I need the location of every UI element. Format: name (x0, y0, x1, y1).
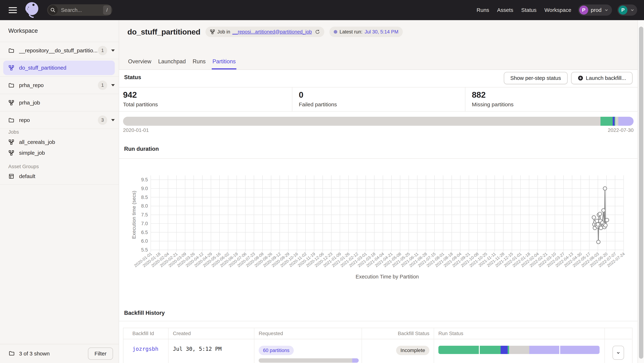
dagster-logo[interactable] (24, 2, 39, 18)
item-count-badge: 1 (98, 80, 107, 90)
partition-stats: 942Total partitions0Failed partitions882… (119, 87, 644, 111)
nav-status[interactable]: Status (521, 7, 536, 13)
bar-segment (259, 358, 352, 363)
svg-text:7.5: 7.5 (141, 212, 148, 218)
partition-range-end: 2022-07-30 (123, 127, 634, 133)
tab-runs[interactable]: Runs (192, 58, 206, 70)
page-title: do_stuff_partitioned (127, 28, 200, 36)
requested-partitions-tag[interactable]: 60 partitions (259, 346, 294, 355)
search-input[interactable]: Search... / (47, 4, 112, 16)
sidebar-item-prha-repo[interactable]: prha_repo1 (0, 77, 119, 94)
expand-row-button[interactable] (612, 346, 624, 360)
deployment-switcher[interactable]: P prod (578, 4, 612, 16)
backfill-id-link[interactable]: jozrgsbh (124, 339, 168, 363)
stat-label: Total partitions (123, 102, 292, 108)
stat-value: 0 (299, 90, 465, 100)
latest-run-label: Latest run: (340, 29, 362, 35)
search-shortcut-key: / (103, 6, 111, 15)
requested-partitions-bar (259, 358, 359, 363)
sidebar-item-label: prha_repo (19, 82, 98, 88)
sidebar-item-do-stuff-partitioned[interactable]: do_stuff_partitioned (0, 59, 119, 77)
col-created: Created (168, 328, 254, 339)
tab-partitions[interactable]: Partitions (212, 58, 236, 70)
bar-segment (501, 346, 508, 354)
bar-segment (560, 346, 600, 354)
backfill-status-cell: Incomplete (362, 339, 434, 363)
col-backfill-id: Backfill Id (124, 328, 168, 339)
sidebar-item-prha-job[interactable]: prha_job (0, 94, 119, 112)
workspace-sidebar: Workspace __repository__do_stuff_partiti… (0, 20, 119, 363)
expander-caret-icon[interactable] (111, 50, 115, 52)
chevron-down-icon (616, 350, 621, 356)
sidebar-item-label: repo (19, 117, 98, 123)
nav-assets[interactable]: Assets (497, 7, 513, 13)
svg-text:Execution Time by Partition: Execution Time by Partition (356, 274, 419, 280)
sidebar-section-jobs: Jobs (8, 129, 19, 135)
page-scrollbar[interactable] (638, 20, 644, 363)
top-bar: Search... / RunsAssetsStatusWorkspace P … (0, 0, 644, 20)
refresh-icon[interactable] (315, 29, 320, 34)
folder-icon (8, 117, 15, 124)
launch-backfill-button[interactable]: Launch backfill... (571, 72, 632, 84)
show-per-step-status-button[interactable]: Show per-step status (504, 72, 568, 84)
deployment-avatar: P (579, 6, 588, 14)
status-section-title: Status (124, 74, 141, 80)
latest-run-link[interactable]: Jul 30, 5:14 PM (365, 29, 398, 35)
run-duration-chart[interactable]: 2020-01-012020-01-182020-02-042020-02-21… (119, 162, 644, 288)
chevron-down-icon (604, 8, 609, 12)
stat-value: 882 (472, 90, 644, 100)
partition-status-bar[interactable] (123, 117, 634, 126)
svg-text:5.5: 5.5 (141, 247, 148, 252)
sidebar-item-simple-job[interactable]: simple_job (0, 148, 119, 158)
expander-caret-icon[interactable] (111, 84, 115, 86)
page-header: do_stuff_partitioned Job in __reposi...a… (119, 20, 644, 70)
job-origin-tag: Job in __reposi...artitioned@partitioned… (206, 26, 324, 37)
filter-button[interactable]: Filter (88, 348, 113, 360)
run-status-dot-icon (334, 30, 337, 34)
bar-segment (509, 346, 530, 354)
item-count-badge: 1 (98, 46, 107, 55)
svg-text:9.5: 9.5 (141, 177, 148, 182)
job-origin-link[interactable]: __reposi...artitioned@partitioned_job (232, 29, 312, 35)
latest-run-tag: Latest run: Jul 30, 5:14 PM (330, 26, 402, 37)
svg-text:6.5: 6.5 (141, 230, 148, 235)
sidebar-item-label: prha_job (19, 100, 115, 106)
svg-text:7.0: 7.0 (141, 221, 148, 226)
shown-count: 3 of 3 shown (19, 350, 50, 357)
stat-label: Failed partitions (299, 102, 465, 108)
sidebar-item-all-cereals-job[interactable]: all_cereals_job (0, 137, 119, 147)
sidebar-item-label: __repository__do_stuff_partitio... (19, 48, 98, 54)
bar-segment (618, 117, 634, 126)
sidebar-item-repository-do-stuff-partitio[interactable]: __repository__do_stuff_partitio...1 (0, 42, 119, 59)
expander-caret-icon[interactable] (111, 119, 115, 121)
search-placeholder: Search... (61, 7, 103, 13)
plus-circle-icon (578, 75, 584, 81)
sidebar-title: Workspace (8, 27, 38, 34)
search-icon (48, 5, 58, 15)
bar-segment (600, 117, 613, 126)
sidebar-item-repo[interactable]: repo3 (0, 112, 119, 129)
backfill-requested-cell: 60 partitions 2020-01-01 2022-07-30 (254, 339, 362, 363)
nav-runs[interactable]: Runs (476, 7, 489, 13)
sidebar-item-default[interactable]: default (0, 171, 119, 181)
job-icon (8, 64, 15, 71)
backfill-history-title: Backfill History (124, 310, 165, 316)
folder-icon (8, 82, 15, 88)
tab-launchpad[interactable]: Launchpad (158, 58, 186, 70)
svg-text:6.0: 6.0 (141, 238, 148, 244)
run-status-bar[interactable] (438, 346, 600, 354)
nav-workspace[interactable]: Workspace (544, 7, 571, 13)
sidebar-section-asset-groups: Asset Groups (8, 164, 39, 170)
tab-overview[interactable]: Overview (127, 58, 152, 70)
user-avatar: P (618, 6, 628, 14)
bar-segment (123, 117, 600, 126)
stat-missing-partitions: 882Missing partitions (465, 87, 644, 111)
bar-segment (438, 346, 479, 354)
menu-icon[interactable] (9, 7, 17, 13)
stat-label: Missing partitions (472, 102, 644, 108)
scrollbar-thumb[interactable] (639, 26, 643, 359)
row-actions-cell (604, 339, 632, 363)
user-menu[interactable]: P (618, 4, 637, 16)
sidebar-item-label: simple_job (19, 150, 45, 156)
job-icon (8, 139, 15, 145)
